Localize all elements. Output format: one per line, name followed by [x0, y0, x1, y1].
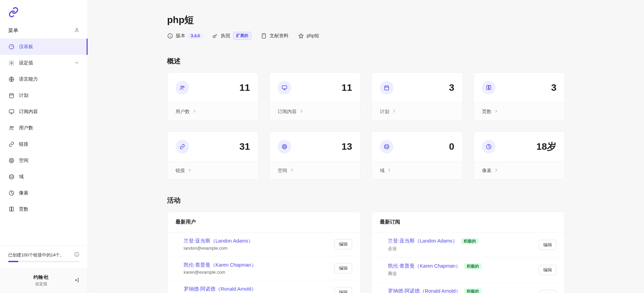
sidebar-item-label: 设定值 [19, 60, 33, 66]
stat-icon [482, 81, 496, 95]
info-icon [167, 33, 173, 39]
edit-button[interactable]: 编辑 [539, 290, 556, 293]
stat-link[interactable]: 订阅内容 [270, 103, 360, 120]
row-name[interactable]: 罗纳德·阿诺德（Ronald Arnold） [388, 288, 461, 293]
sidebar-item-pages[interactable]: 页数 [0, 201, 88, 217]
stat-card: 11用户数 [167, 72, 258, 121]
stat-icon [380, 140, 393, 153]
stat-link[interactable]: 空间 [270, 162, 360, 179]
stat-icon [176, 140, 189, 153]
version-badge: 3.4.0 [188, 33, 203, 39]
row-sub: karen@example.com [184, 270, 335, 275]
list-row: 兰登·亚当斯（Landon Adams）landon@example.com编辑 [167, 232, 360, 256]
edit-button[interactable]: 编辑 [335, 239, 352, 249]
gear-icon [8, 60, 15, 66]
user-name: 约翰·杜 [8, 274, 74, 280]
stat-card: 0域 [371, 131, 463, 180]
sidebar-item-spaces[interactable]: 空间 [0, 152, 88, 169]
row-name[interactable]: 凯伦·查普曼（Karen Chapman） [388, 263, 461, 269]
row-name[interactable]: 凯伦·查普曼（Karen Chapman） [184, 262, 256, 268]
sidebar-item-pixels[interactable]: 像素 [0, 185, 88, 201]
users-icon [8, 125, 15, 131]
sidebar-item-label: 订阅内容 [19, 109, 38, 115]
key-icon [212, 33, 218, 39]
status-badge: 积极的 [464, 263, 482, 269]
stat-label: 像素 [482, 168, 491, 174]
sidebar-item-links[interactable]: 链接 [0, 136, 88, 152]
row-sub: landon@example.com [184, 246, 335, 251]
sidebar-item-settings[interactable]: 设定值 [0, 55, 88, 71]
gauge-icon [8, 43, 15, 50]
row-name[interactable]: 罗纳德·阿诺德（Ronald Arnold） [184, 286, 256, 292]
stat-link[interactable]: 用户数 [167, 103, 258, 120]
pixel-icon [8, 190, 15, 196]
svg-rect-19 [282, 86, 287, 89]
logo[interactable] [0, 0, 88, 23]
sidebar-item-dashboard[interactable]: 仪表板 [0, 39, 88, 55]
sidebar-item-label: 计划 [19, 92, 28, 99]
sidebar-item-plans[interactable]: 计划 [0, 87, 88, 104]
list-row: 罗纳德·阿诺德（Ronald Arnold）ronald@example.com… [167, 280, 360, 293]
sidebar-item-label: 空间 [19, 158, 28, 164]
sidebar-progress: 已创建100个链接中的14个。 [0, 245, 88, 268]
cards-grid: 11用户数11订阅内容3计划3页数31链接13空间0域18岁像素 [167, 72, 565, 180]
sidebar: 菜单 仪表板 设定值 语言能力 计划 订阅内容 [0, 0, 88, 293]
list-row: 凯伦·查普曼（Karen Chapman）karen@example.com编辑 [167, 256, 360, 280]
svg-point-0 [76, 28, 77, 30]
stat-value: 31 [239, 141, 250, 152]
user-icon[interactable] [74, 27, 79, 34]
svg-point-6 [10, 126, 12, 128]
edit-button[interactable]: 编辑 [539, 265, 556, 275]
license-badge: 扩展的 [233, 32, 251, 40]
stat-icon [278, 140, 291, 153]
license-label: 执照 [221, 33, 230, 39]
sidebar-item-users[interactable]: 用户数 [0, 120, 88, 136]
meta-docs[interactable]: 文献资料 [261, 33, 289, 39]
edit-button[interactable]: 编辑 [335, 263, 352, 273]
edit-button[interactable]: 编辑 [335, 287, 352, 293]
row-name[interactable]: 兰登·亚当斯（Landon Adams） [184, 238, 253, 244]
activity-grid: 最新用户 兰登·亚当斯（Landon Adams）landon@example.… [167, 212, 565, 293]
stat-value: 11 [342, 82, 352, 93]
page-title: php短 [167, 14, 565, 26]
info-icon[interactable] [74, 252, 79, 258]
stat-link[interactable]: 页数 [474, 103, 565, 120]
progress-bar [8, 261, 79, 262]
stat-value: 3 [449, 82, 454, 93]
stat-link[interactable]: 链接 [167, 162, 258, 179]
meta-brand[interactable]: php短 [298, 33, 319, 39]
row-name[interactable]: 兰登·亚当斯（Landon Adams） [388, 238, 458, 244]
list-row: 兰登·亚当斯（Landon Adams）积极的企业编辑 [372, 232, 565, 257]
target-icon [8, 157, 15, 164]
brand-label: php短 [307, 33, 319, 39]
stat-label: 计划 [380, 109, 389, 115]
stat-value: 11 [239, 82, 250, 93]
status-badge: 积极的 [461, 238, 479, 244]
edit-button[interactable]: 编辑 [539, 240, 556, 250]
main: php短 版本 3.4.0 执照 扩展的 文献资料 [88, 0, 644, 293]
meta-license[interactable]: 执照 扩展的 [212, 32, 251, 40]
chevron-right-icon [391, 108, 397, 115]
stat-link[interactable]: 域 [372, 162, 462, 179]
list-row: 罗纳德·阿诺德（Ronald Arnold）积极的商业编辑 [372, 282, 565, 293]
stat-icon [482, 140, 496, 153]
sidebar-item-label: 仪表板 [19, 44, 33, 50]
row-sub: 商业 [388, 271, 539, 277]
user-footer[interactable]: 约翰·杜 设定值 [0, 268, 88, 293]
sidebar-item-languages[interactable]: 语言能力 [0, 71, 88, 87]
stat-icon [380, 81, 393, 95]
sidebar-item-label: 语言能力 [19, 76, 38, 82]
stat-link[interactable]: 像素 [474, 162, 565, 179]
stat-card: 3页数 [474, 72, 565, 121]
sidebar-item-domains[interactable]: 域 [0, 169, 88, 185]
stat-label: 用户数 [176, 109, 190, 115]
sidebar-item-label: 链接 [19, 141, 28, 147]
star-icon [298, 33, 304, 39]
logout-icon[interactable] [74, 277, 79, 284]
sidebar-item-subscriptions[interactable]: 订阅内容 [0, 104, 88, 120]
stat-link[interactable]: 计划 [372, 103, 462, 120]
svg-point-11 [9, 174, 14, 179]
stat-label: 链接 [176, 168, 185, 174]
status-badge: 积极的 [464, 288, 482, 293]
link-icon [8, 141, 15, 148]
